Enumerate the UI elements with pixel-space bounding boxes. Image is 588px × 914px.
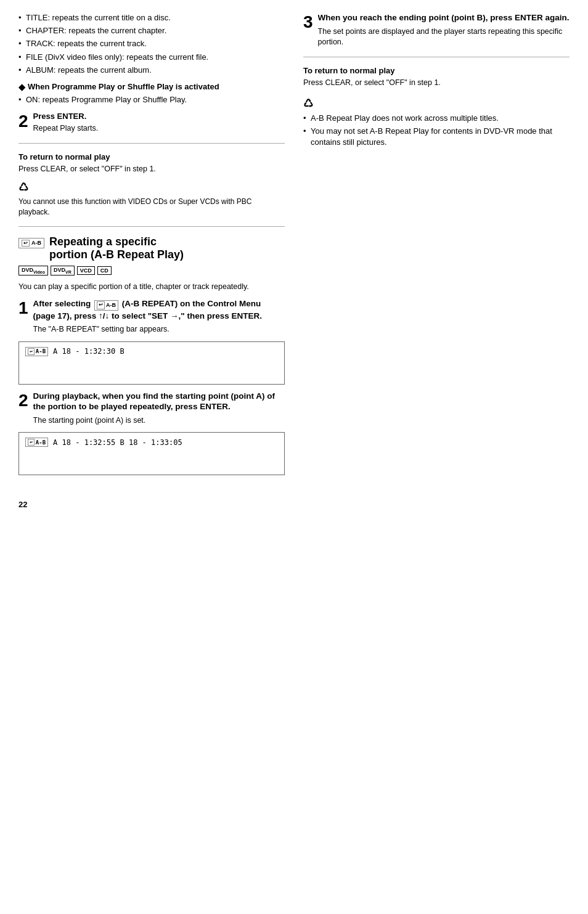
step-3-body: The set points are displayed and the pla…	[318, 27, 570, 48]
display-2-text: A 18 - 1:32:55 B 18 - 1:33:05	[53, 438, 182, 447]
repeat-icon: ↩	[22, 240, 30, 247]
step-3-wrapper: 3 When you reach the ending point (point…	[303, 12, 570, 48]
step-2b-wrapper: 2 During playback, when you find the sta…	[18, 391, 285, 426]
step-2b-heading: During playback, when you find the start…	[33, 391, 285, 412]
step-1-body: The "A-B REPEAT" setting bar appears.	[33, 324, 285, 335]
note-icon-right: ♺	[303, 97, 570, 110]
bullet-item-file: FILE (DivX video files only): repeats th…	[18, 52, 285, 63]
note-icon-left: ♺	[18, 181, 285, 194]
section-heading-wrapper: ↩ A-B Repeating a specific portion (A-B …	[18, 235, 285, 262]
format-badges: DVDVideo DVDVR VCD CD	[18, 266, 285, 275]
bullet-item-title: TITLE: repeats the current title on a di…	[18, 12, 285, 23]
display-bar-2-inner: ↩A-B A 18 - 1:32:55 B 18 - 1:33:05	[25, 438, 182, 447]
subsection-bullet-item: ON: repeats Programme Play or Shuffle Pl…	[18, 94, 285, 105]
step-1-content: After selecting ↩A-B (A-B REPEAT) on the…	[33, 298, 285, 335]
bullet-list: TITLE: repeats the current title on a di…	[18, 12, 285, 76]
display-bar-1-inner: ↩A-B A 18 - 1:32:30 B	[25, 347, 125, 356]
step-2-number: 2	[18, 113, 28, 130]
step-2b-body: The starting point (point A) is set.	[33, 415, 285, 426]
section-main-title: Repeating a specific portion (A-B Repeat…	[49, 235, 184, 262]
normal-play-body-right: Press CLEAR, or select "OFF" in step 1.	[303, 78, 570, 89]
ab-icon-box: ↩ A-B	[18, 238, 44, 248]
step-1-wrapper: 1 After selecting ↩A-B (A-B REPEAT) on t…	[18, 298, 285, 335]
subsection-header: ◆ When Programme Play or Shuffle Play is…	[18, 82, 285, 92]
step-3-content: When you reach the ending point (point B…	[318, 12, 570, 48]
subsection-bullet-list: ON: repeats Programme Play or Shuffle Pl…	[18, 94, 285, 105]
step-2-content: Press ENTER. Repeat Play starts.	[33, 112, 285, 134]
normal-play-heading-right: To return to normal play	[303, 66, 570, 75]
subsection-title: When Programme Play or Shuffle Play is a…	[28, 82, 219, 91]
step-3-number: 3	[303, 14, 313, 31]
step-1-heading: After selecting ↩A-B (A-B REPEAT) on the…	[33, 298, 285, 321]
note-item-right-1: A-B Repeat Play does not work across mul…	[303, 113, 570, 124]
bottom-bar: 22	[18, 481, 285, 509]
bullet-item-track: TRACK: repeats the current track.	[18, 38, 285, 49]
bullet-item-chapter: CHAPTER: repeats the current chapter.	[18, 25, 285, 36]
ab-label: A-B	[31, 240, 41, 246]
normal-play-body-left: Press CLEAR, or select "OFF" in step 1.	[18, 164, 285, 175]
display-1-text: A 18 - 1:32:30 B	[53, 347, 125, 356]
bullet-item-album: ALBUM: repeats the current album.	[18, 65, 285, 76]
step-2-wrapper: 2 Press ENTER. Repeat Play starts.	[18, 112, 285, 134]
diamond-icon: ◆	[18, 82, 25, 92]
step-2-body: Repeat Play starts.	[33, 123, 285, 134]
badge-cd: CD	[97, 266, 112, 275]
intro-text: You can play a specific portion of a tit…	[18, 282, 285, 293]
badge-dvdvideo: DVDVideo	[18, 266, 48, 275]
step-2-heading: Press ENTER.	[33, 112, 285, 121]
display-bar-2: ↩A-B A 18 - 1:32:55 B 18 - 1:33:05	[18, 432, 285, 475]
note-item-right-2: You may not set A-B Repeat Play for cont…	[303, 126, 570, 148]
note-list-right: A-B Repeat Play does not work across mul…	[303, 113, 570, 149]
note-text-left: You cannot use this function with VIDEO …	[18, 197, 285, 218]
right-column: 3 When you reach the ending point (point…	[303, 12, 570, 509]
normal-play-heading-left: To return to normal play	[18, 152, 285, 161]
step-2b-number: 2	[18, 392, 28, 409]
badge-dvdvr: DVDVR	[51, 266, 75, 275]
divider-1	[18, 143, 285, 144]
step-1-number: 1	[18, 300, 28, 317]
divider-right-1	[303, 57, 570, 57]
divider-2	[18, 226, 285, 227]
page-number: 22	[18, 500, 27, 509]
step-2b-content: During playback, when you find the start…	[33, 391, 285, 426]
step-3-heading: When you reach the ending point (point B…	[318, 12, 570, 23]
display-bar-1: ↩A-B A 18 - 1:32:30 B	[18, 341, 285, 385]
badge-vcd: VCD	[77, 266, 95, 275]
left-column: TITLE: repeats the current title on a di…	[18, 12, 285, 509]
